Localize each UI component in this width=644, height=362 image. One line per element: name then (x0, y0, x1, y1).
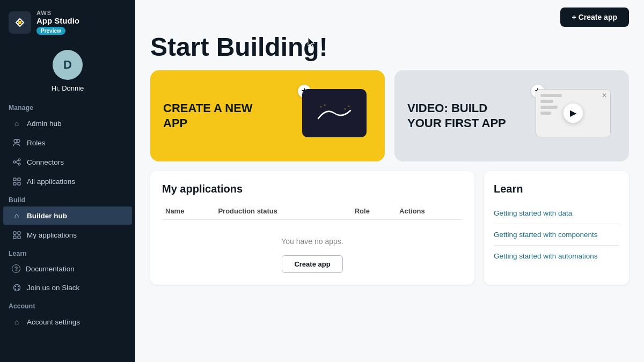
ui-line (540, 106, 558, 109)
video-card-title: VIDEO: BUILD YOUR FIRST APP (407, 101, 515, 130)
learn-item-components[interactable]: Getting started with components (494, 224, 619, 246)
app-studio-label: App Studio (36, 16, 79, 26)
preview-badge: Preview (36, 27, 65, 35)
sidebar-item-my-applications[interactable]: My applications (3, 226, 132, 244)
aws-label: AWS (36, 10, 79, 16)
hero-title: Start Building! (135, 27, 644, 70)
play-button[interactable]: ▶ (564, 104, 583, 123)
col-role: Role (352, 203, 396, 220)
sidebar-item-roles[interactable]: Roles (3, 134, 132, 152)
sidebar: AWS App Studio Preview D Hi, Donnie Mana… (0, 0, 135, 362)
svg-rect-8 (18, 178, 20, 181)
col-actions: Actions (396, 203, 463, 220)
sidebar-item-account-settings[interactable]: ⌂ Account settings (3, 313, 132, 331)
svg-point-5 (18, 159, 20, 161)
sidebar-item-join-slack[interactable]: Join us on Slack (3, 278, 132, 297)
create-app-small-button[interactable]: Create app (282, 255, 342, 273)
svg-point-22 (345, 108, 346, 109)
logo-text: AWS App Studio Preview (36, 10, 79, 35)
documentation-icon: ? (12, 264, 20, 273)
create-new-app-card[interactable]: CREATE A NEW APP + (150, 70, 385, 161)
sidebar-item-admin-hub[interactable]: ⌂ Admin hub (3, 114, 132, 132)
learn-item-data[interactable]: Getting started with data (494, 203, 619, 224)
hero-cards: CREATE A NEW APP + VIDEO: BUILD YOUR FIR… (135, 70, 644, 171)
slack-icon (12, 283, 21, 292)
svg-point-18 (14, 288, 16, 289)
video-screen: ▶ ✕ (536, 89, 611, 137)
user-greeting: Hi, Donnie (52, 84, 84, 92)
all-apps-icon (12, 176, 21, 186)
my-applications-panel: My applications Name Production status R… (150, 171, 474, 285)
connectors-icon (12, 157, 21, 167)
svg-point-20 (320, 106, 322, 107)
sidebar-item-label: Roles (27, 139, 46, 147)
ui-line (540, 94, 562, 97)
create-app-button[interactable]: + Create app (560, 8, 629, 27)
ui-line (540, 100, 553, 103)
apps-table: Name Production status Role Actions (162, 203, 463, 220)
sidebar-item-label: Documentation (26, 265, 75, 273)
video-card[interactable]: VIDEO: BUILD YOUR FIRST APP + ▶ ✕ (394, 70, 629, 161)
video-card-visual: + ▶ ✕ (536, 89, 616, 143)
sidebar-item-label: My applications (27, 231, 77, 239)
sidebar-item-label: Builder hub (27, 212, 67, 220)
svg-point-4 (13, 161, 16, 163)
svg-point-19 (17, 288, 18, 289)
learn-panel: Learn Getting started with data Getting … (484, 171, 629, 285)
builder-hub-icon: ⌂ (12, 211, 21, 220)
roles-icon (12, 138, 21, 147)
section-label-build: Build (0, 191, 135, 206)
sidebar-item-label: All applications (27, 178, 75, 186)
svg-point-23 (348, 105, 350, 107)
close-icon: ✕ (602, 92, 607, 99)
avatar: D (53, 50, 83, 80)
svg-rect-14 (18, 236, 20, 239)
sidebar-item-label: Connectors (27, 158, 64, 166)
svg-rect-11 (13, 232, 16, 234)
section-label-learn: Learn (0, 245, 135, 260)
learn-title: Learn (494, 183, 619, 195)
svg-point-16 (14, 285, 16, 286)
create-app-card-title: CREATE A NEW APP (163, 101, 270, 130)
svg-rect-12 (18, 232, 20, 234)
col-name: Name (162, 203, 215, 220)
sidebar-item-label: Join us on Slack (27, 284, 79, 292)
ui-line (540, 112, 551, 115)
svg-point-21 (324, 104, 326, 106)
svg-rect-10 (18, 182, 20, 185)
main-content: + Create app Start Building! CREATE A NE… (135, 0, 644, 362)
user-profile-section: D Hi, Donnie (0, 39, 135, 99)
sidebar-item-label: Admin hub (27, 120, 62, 128)
sidebar-item-label: Account settings (27, 318, 80, 326)
section-label-account: Account (0, 297, 135, 312)
learn-item-automations[interactable]: Getting started with automations (494, 246, 619, 267)
home-icon: ⌂ (12, 119, 21, 128)
svg-point-17 (17, 285, 18, 286)
col-production-status: Production status (215, 203, 351, 220)
sidebar-logo: AWS App Studio Preview (0, 0, 135, 39)
svg-rect-13 (13, 236, 16, 239)
svg-point-6 (18, 163, 20, 165)
my-apps-icon (12, 230, 21, 240)
main-header: + Create app (135, 0, 644, 27)
svg-point-15 (13, 284, 20, 291)
svg-rect-1 (18, 21, 21, 24)
my-apps-title: My applications (162, 183, 463, 195)
account-settings-icon: ⌂ (12, 317, 21, 327)
bottom-row: My applications Name Production status R… (135, 171, 644, 295)
sidebar-item-connectors[interactable]: Connectors (3, 153, 132, 171)
create-app-screen (302, 89, 367, 137)
sidebar-item-all-applications[interactable]: All applications (3, 172, 132, 190)
apps-empty-message: You have no apps. (162, 220, 463, 255)
section-label-manage: Manage (0, 99, 135, 114)
svg-rect-9 (13, 182, 16, 185)
svg-rect-7 (13, 178, 16, 181)
sidebar-item-documentation[interactable]: ? Documentation (3, 260, 132, 277)
create-app-card-visual: + (302, 89, 372, 143)
sidebar-item-builder-hub[interactable]: ⌂ Builder hub (3, 206, 132, 225)
app-studio-logo-icon (9, 11, 31, 34)
video-ui-lines (540, 94, 562, 132)
